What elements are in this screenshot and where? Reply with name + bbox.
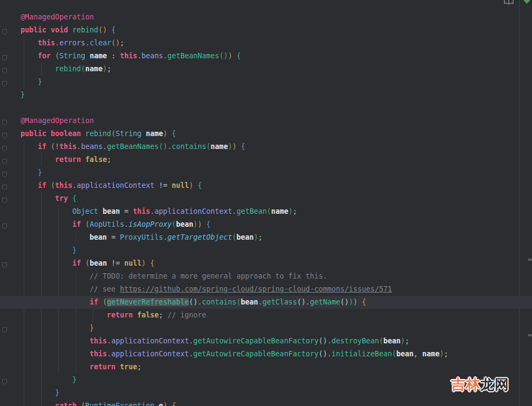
code-line[interactable]: for (String name : this.beans.getBeanNam… bbox=[0, 50, 532, 63]
code-line[interactable]: return false; bbox=[0, 153, 532, 166]
code-token: if bbox=[90, 298, 98, 306]
code-token: name bbox=[146, 130, 163, 138]
code-token: if bbox=[72, 259, 81, 267]
code-token: { bbox=[362, 298, 366, 306]
code-token: () bbox=[318, 350, 327, 358]
code-token bbox=[21, 246, 72, 254]
code-token bbox=[21, 220, 72, 228]
code-token: () bbox=[219, 52, 228, 60]
code-token bbox=[21, 363, 90, 371]
code-line[interactable]: if (bean != null) { bbox=[0, 257, 532, 270]
code-token: // ignore bbox=[167, 311, 206, 319]
code-token: AopUtils bbox=[90, 220, 124, 228]
code-line[interactable]: try { bbox=[0, 192, 532, 205]
code-token: } bbox=[72, 376, 77, 384]
code-token: this bbox=[38, 39, 55, 47]
code-token: getBeanNames bbox=[167, 52, 219, 60]
code-token: { bbox=[111, 26, 115, 34]
code-token: name bbox=[422, 350, 440, 358]
code-token: if bbox=[72, 220, 81, 228]
code-area[interactable]: @ManagedOperationpublic void rebind() { … bbox=[0, 11, 532, 406]
code-token: } bbox=[21, 91, 25, 99]
code-token bbox=[21, 337, 90, 345]
code-token bbox=[115, 363, 120, 371]
code-token: , bbox=[414, 350, 422, 358]
code-token: != bbox=[107, 259, 124, 267]
code-token: ; bbox=[120, 39, 124, 47]
code-token: null bbox=[172, 181, 189, 190]
code-line[interactable] bbox=[0, 102, 532, 114]
code-line[interactable]: public void rebind() { bbox=[0, 24, 532, 37]
code-token: getAutowireCapableBeanFactory bbox=[193, 350, 318, 358]
code-token: this bbox=[55, 181, 72, 190]
scrollbar-mark bbox=[528, 259, 531, 261]
code-token: () bbox=[189, 298, 197, 306]
code-token bbox=[107, 26, 111, 34]
code-line[interactable]: if (AopUtils.isAopProxy(bean)) { bbox=[0, 218, 532, 231]
code-token bbox=[21, 52, 38, 60]
code-line[interactable]: return false; // ignore bbox=[0, 309, 532, 322]
code-token: // see bbox=[90, 285, 120, 293]
code-line[interactable]: @ManagedOperation bbox=[0, 114, 532, 127]
code-token: bean bbox=[103, 207, 120, 215]
code-token: RuntimeException bbox=[85, 402, 154, 406]
watermark-text-dark: 龙网 bbox=[480, 376, 509, 393]
code-token bbox=[21, 402, 55, 406]
code-line[interactable]: this.applicationContext.getAutowireCapab… bbox=[0, 348, 532, 361]
code-token: . bbox=[107, 337, 111, 345]
code-line[interactable]: @ManagedOperation bbox=[0, 11, 532, 24]
code-token: ) bbox=[353, 298, 358, 306]
code-token: destroyBean bbox=[331, 337, 379, 345]
code-line[interactable]: catch (RuntimeException e) { bbox=[0, 400, 532, 406]
code-token: ; bbox=[137, 363, 141, 371]
code-token: { bbox=[172, 130, 176, 138]
code-token: = bbox=[120, 207, 133, 215]
code-line[interactable]: return true; bbox=[0, 361, 532, 374]
code-token bbox=[21, 194, 55, 202]
code-token bbox=[21, 65, 55, 73]
code-token: ( bbox=[392, 350, 397, 358]
code-token bbox=[133, 311, 137, 319]
code-token: . bbox=[55, 39, 59, 47]
code-token bbox=[21, 285, 90, 293]
code-line[interactable]: Object bean = this.applicationContext.ge… bbox=[0, 205, 532, 218]
code-token: bean bbox=[241, 298, 258, 306]
code-line[interactable]: if (getNeverRefreshable().contains(bean.… bbox=[0, 296, 532, 309]
code-line[interactable]: // see https://github.com/spring-cloud/s… bbox=[0, 283, 532, 296]
reader-mode-book-icon[interactable] bbox=[504, 0, 514, 9]
inspections-widget-icon[interactable] bbox=[523, 0, 530, 4]
code-token: ; bbox=[159, 311, 167, 319]
code-token: { bbox=[172, 402, 176, 406]
watermark: 吉林龙网 bbox=[451, 378, 509, 391]
code-token: . bbox=[85, 39, 90, 47]
code-token: applicationContext bbox=[154, 207, 232, 215]
code-line[interactable]: } bbox=[0, 76, 532, 89]
code-line[interactable]: rebind(name); bbox=[0, 63, 532, 76]
code-token: name bbox=[90, 52, 107, 60]
code-token: ( bbox=[111, 130, 115, 138]
code-token: bean bbox=[397, 350, 414, 358]
code-token: getClass bbox=[262, 298, 297, 306]
code-token bbox=[51, 52, 55, 60]
code-token: // TODO: determine a more general approa… bbox=[90, 272, 327, 280]
code-line[interactable]: } bbox=[0, 244, 532, 257]
comment-link[interactable]: https://github.com/spring-cloud/spring-c… bbox=[120, 285, 392, 293]
code-line[interactable]: } bbox=[0, 89, 532, 102]
code-token: isAopProxy bbox=[128, 220, 172, 228]
code-line[interactable]: this.errors.clear(); bbox=[0, 37, 532, 50]
code-line[interactable]: } bbox=[0, 166, 532, 179]
code-token: getName bbox=[310, 298, 340, 306]
code-token: ProxyUtils bbox=[120, 233, 163, 241]
code-line[interactable]: if (this.applicationContext != null) { bbox=[0, 179, 532, 192]
code-token: public boolean bbox=[21, 130, 85, 138]
code-line[interactable]: } bbox=[0, 322, 532, 335]
code-line[interactable]: this.applicationContext.getAutowireCapab… bbox=[0, 335, 532, 348]
code-line[interactable]: // TODO: determine a more general approa… bbox=[0, 270, 532, 283]
code-token: ; bbox=[258, 233, 262, 241]
code-line[interactable]: if (!this.beans.getBeanNames().contains(… bbox=[0, 140, 532, 153]
code-line[interactable]: bean = ProxyUtils.getTargetObject(bean); bbox=[0, 231, 532, 244]
code-token: false bbox=[137, 311, 159, 319]
highlighted-identifier[interactable]: getNeverRefreshable bbox=[107, 298, 189, 306]
code-token: getBean bbox=[236, 207, 267, 215]
code-line[interactable]: public boolean rebind(String name) { bbox=[0, 127, 532, 140]
